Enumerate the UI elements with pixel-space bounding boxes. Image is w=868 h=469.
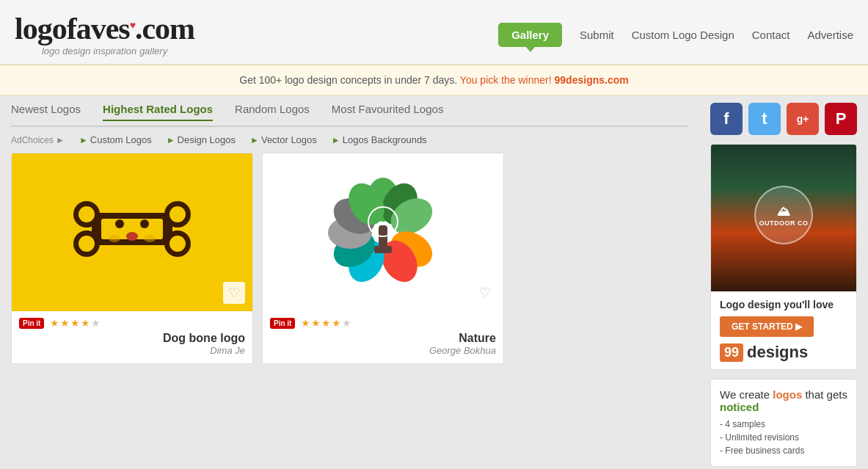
ad2-bullets: 4 samples Unlimited revisions Free busin… [720, 418, 847, 457]
filter-logos-backgrounds[interactable]: ►Logos Backgrounds [332, 134, 427, 145]
mountain-icon: ⛰ [777, 204, 791, 219]
svg-rect-26 [374, 246, 392, 253]
logo-card: ♡ Pin it ★ ★ ★ ★ ★ Nature George [262, 153, 504, 364]
site-subtitle: logo design inspiration gallery [15, 46, 194, 57]
nav-advertise[interactable]: Advertise [807, 29, 853, 41]
google-plus-icon[interactable]: g+ [787, 103, 819, 135]
star-2: ★ [311, 317, 321, 329]
logo-title: Dog bone logo [19, 332, 245, 345]
star-1: ★ [301, 317, 310, 329]
pin-button[interactable]: Pin it [270, 318, 295, 329]
ad-image-area: ⛰ OUTDOOR CO [711, 145, 856, 291]
pin-and-stars: Pin it ★ ★ ★ ★ ★ [19, 317, 245, 329]
ad2-text2: that gets [802, 388, 847, 401]
ad2-title: We create logos that gets noticed [720, 388, 847, 413]
header: logofaves♥.com logo design inspiration g… [0, 0, 868, 65]
filter-bar: AdChoices ► ►Custom Logos ►Design Logos … [11, 134, 688, 145]
twitter-icon[interactable]: t [748, 103, 781, 135]
star-5: ★ [91, 317, 101, 329]
site-title: logofaves♥.com [15, 13, 194, 44]
logo-area: logofaves♥.com logo design inspiration g… [15, 13, 194, 57]
svg-point-14 [144, 235, 156, 242]
list-item: 4 samples [720, 418, 847, 431]
filter-arrow-icon: ► [79, 135, 88, 145]
banner-text2: You pick the winner! [460, 74, 555, 86]
ad2-text1: We create [720, 388, 773, 401]
logo-card-image: ♡ [12, 153, 252, 311]
filter-arrow-icon: ► [332, 135, 340, 145]
logo-card-footer: Pin it ★ ★ ★ ★ ★ Dog bone logo Dima Je [12, 311, 252, 363]
star-rating: ★ ★ ★ ★ ★ [50, 317, 101, 329]
sidebar: f t g+ P ⛰ OUTDOOR CO Logo design you'll… [699, 95, 868, 469]
star-2: ★ [60, 317, 70, 329]
ad-cta-button[interactable]: GET STARTED ▶ [720, 316, 814, 337]
main-content: Newest Logos Highest Rated Logos Random … [0, 95, 699, 469]
star-rating: ★ ★ ★ ★ ★ [301, 317, 351, 329]
pinterest-icon[interactable]: P [825, 103, 857, 135]
logo-title: Nature [270, 332, 496, 345]
ad-company-name: OUTDOOR CO [759, 219, 809, 227]
ad2-noticed: noticed [720, 401, 759, 413]
nav-gallery[interactable]: Gallery [498, 23, 562, 47]
star-4: ★ [332, 317, 341, 329]
logo-card-image: ♡ [263, 153, 503, 311]
heart-button[interactable]: ♡ [223, 282, 245, 304]
svg-point-7 [79, 236, 95, 252]
logo-card: ♡ Pin it ★ ★ ★ ★ ★ Dog bone logo [11, 153, 253, 364]
content-wrapper: Newest Logos Highest Rated Logos Random … [0, 95, 868, 469]
ad-block2: We create logos that gets noticed 4 samp… [710, 379, 857, 467]
filter-custom-logos[interactable]: ►Custom Logos [79, 134, 152, 145]
svg-point-13 [109, 235, 120, 242]
ad-block: ⛰ OUTDOOR CO Logo design you'll love GET… [710, 144, 857, 370]
ad-headline: Logo design you'll love [720, 299, 847, 310]
ad-logo-text: designs [747, 343, 808, 362]
banner-link[interactable]: 99designs.com [555, 74, 629, 86]
logo-author: George Bokhua [270, 345, 496, 356]
heart-icon: ♥ [130, 20, 135, 31]
ad-logo: 99 designs [720, 343, 847, 362]
list-item: Free business cards [720, 444, 847, 457]
svg-point-8 [169, 206, 186, 222]
ad-text-area: Logo design you'll love GET STARTED ▶ 99… [711, 291, 856, 369]
social-bar: f t g+ P [710, 103, 857, 135]
logo-author: Dima Je [19, 345, 245, 356]
tab-highest-rated[interactable]: Highest Rated Logos [103, 103, 213, 121]
facebook-icon[interactable]: f [710, 103, 743, 135]
list-item: Unlimited revisions [720, 431, 847, 444]
filter-vector-logos[interactable]: ►Vector Logos [250, 134, 317, 145]
svg-point-6 [79, 206, 95, 222]
nav-submit[interactable]: Submit [580, 29, 614, 41]
star-3: ★ [70, 317, 80, 329]
pin-and-stars: Pin it ★ ★ ★ ★ ★ [270, 317, 496, 329]
nature-tree-svg [317, 167, 449, 299]
adchoice-arrow: ► [56, 135, 65, 145]
logo-grid: ♡ Pin it ★ ★ ★ ★ ★ Dog bone logo [11, 153, 688, 364]
heart-button[interactable]: ♡ [474, 282, 496, 304]
ad-badge: ⛰ OUTDOOR CO [754, 186, 813, 244]
filter-arrow-icon: ► [250, 135, 259, 145]
nav-contact[interactable]: Contact [752, 29, 790, 41]
tab-most-favourited[interactable]: Most Favourited Logos [332, 103, 444, 120]
adchoice-label: AdChoices ► [11, 135, 65, 145]
svg-point-12 [126, 232, 138, 241]
main-nav: Gallery Submit Custom Logo Design Contac… [498, 23, 853, 47]
nav-custom-logo[interactable]: Custom Logo Design [632, 29, 734, 41]
tabs: Newest Logos Highest Rated Logos Random … [11, 103, 688, 127]
svg-point-9 [169, 236, 186, 252]
tab-random[interactable]: Random Logos [235, 103, 310, 120]
star-3: ★ [321, 317, 331, 329]
ad-number: 99 [720, 343, 743, 362]
filter-design-logos[interactable]: ►Design Logos [167, 134, 236, 145]
filter-arrow-icon: ► [167, 135, 175, 145]
dog-bone-svg [59, 174, 205, 291]
star-1: ★ [50, 317, 59, 329]
star-4: ★ [81, 317, 90, 329]
banner: Get 100+ logo design concepts in under 7… [0, 65, 868, 95]
banner-text1: Get 100+ logo design concepts in under 7… [239, 74, 457, 86]
pin-button[interactable]: Pin it [19, 318, 44, 329]
ad2-logos: logos [773, 388, 802, 401]
logo-card-footer: Pin it ★ ★ ★ ★ ★ Nature George Bokhua [263, 311, 503, 363]
tab-newest[interactable]: Newest Logos [11, 103, 81, 120]
star-5: ★ [342, 317, 351, 329]
